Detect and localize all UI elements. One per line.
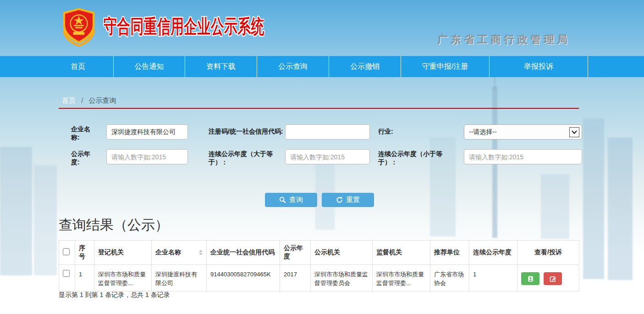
cell-reg-org: 深圳市市场和质量监督管理委... [94, 265, 152, 292]
col-header-seq: 序号 [75, 241, 94, 265]
complaint-button[interactable] [544, 272, 562, 285]
select-all-checkbox[interactable] [63, 248, 70, 255]
gongshang-emblem-logo [59, 7, 99, 47]
breadcrumb-current: 公示查询 [89, 96, 116, 104]
refresh-icon [336, 196, 343, 203]
cell-consecutive: 1 [469, 265, 517, 292]
cell-year: 2017 [280, 265, 311, 292]
reset-button-label: 重置 [346, 196, 360, 204]
edit-icon [550, 275, 556, 282]
col-header-year: 公示年度 [280, 241, 311, 265]
sort-icon[interactable] [199, 250, 203, 255]
col-header-credit-code: 企业统一社会信用代码 [207, 241, 280, 265]
publicity-year-input[interactable] [106, 149, 188, 164]
results-table: 序号 登记机关 企业名称 企业统一社会信用代码 公示年度 公示机关 监督机关 推… [59, 240, 579, 292]
breadcrumb: 首页 / 公示查询 [62, 96, 116, 105]
cell-publicity-org: 深圳市市场和质量监督管理委员会 [311, 265, 373, 292]
cell-recommend-org: 广东省市场协会 [430, 265, 469, 292]
industry-label: 行业: [378, 127, 393, 135]
background-building [34, 165, 57, 275]
red-divider [59, 108, 579, 109]
nav-item-announcements[interactable]: 公告通知 [114, 56, 185, 77]
user-badge-icon [527, 275, 534, 282]
nav-item-publicity-revoke[interactable]: 公示撤销 [329, 56, 401, 77]
col-header-consecutive: 连续公示年度 [469, 241, 517, 265]
cell-credit-code: 91440300582709465K [207, 265, 280, 292]
breadcrumb-home-link[interactable]: 首页 [62, 96, 76, 104]
col-header-reg-org: 登记机关 [94, 241, 152, 265]
col-header-company: 企业名称 [152, 241, 207, 265]
breadcrumb-separator: / [81, 96, 83, 104]
nav-item-home[interactable]: 首页 [43, 56, 114, 77]
credit-code-input[interactable] [285, 124, 370, 140]
cell-actions [517, 265, 579, 292]
cell-company: 深圳捷渡科技有限公司 [152, 265, 207, 292]
consecutive-le-label: 连续公示年度（小于等于）： [378, 150, 448, 166]
background-building [608, 138, 633, 280]
search-icon [279, 196, 286, 203]
credit-code-label: 注册码/统一社会信用代码: [209, 127, 283, 135]
nav-item-apply-register[interactable]: 守重申报/注册 [401, 56, 490, 77]
page: 守合同重信用企业公示系统 广东省工商行政管理局 首页 公告通知 资料下载 公示查… [0, 0, 644, 314]
background-building [0, 147, 32, 275]
cell-seq: 1 [75, 265, 94, 292]
row-checkbox[interactable] [63, 270, 70, 277]
main-nav: 首页 公告通知 资料下载 公示查询 公示撤销 守重申报/注册 举报投诉 [0, 56, 644, 77]
company-name-label: 企业名称: [71, 125, 95, 141]
consecutive-ge-input[interactable] [285, 149, 370, 164]
nav-fill [588, 56, 644, 77]
background-building [541, 174, 569, 239]
consecutive-ge-label: 连续公示年度（大于等于）： [209, 150, 278, 166]
table-row: 1 深圳市市场和质量监督管理委... 深圳捷渡科技有限公司 9144030058… [59, 265, 579, 292]
org-name: 广东省工商行政管理局 [438, 33, 571, 47]
results-title: 查询结果（公示） [59, 216, 169, 235]
industry-select[interactable]: --请选择-- [464, 124, 582, 140]
col-header-recommend-org: 推荐单位 [430, 241, 469, 265]
records-summary: 显示第 1 到第 1 条记录，总共 1 条记录 [59, 291, 170, 299]
cell-supervise-org: 深圳市市场和质量监督管理委... [373, 265, 430, 292]
site-title: 守合同重信用企业公示系统 [104, 14, 264, 39]
background-building [583, 118, 604, 279]
company-name-input[interactable] [106, 124, 188, 140]
table-header-row: 序号 登记机关 企业名称 企业统一社会信用代码 公示年度 公示机关 监督机关 推… [59, 241, 579, 265]
nav-spacer [0, 56, 43, 77]
col-header-actions: 查看/投诉 [517, 241, 579, 265]
reset-button[interactable]: 重置 [322, 193, 374, 207]
chevron-down-icon [569, 127, 579, 137]
nav-item-publicity-query[interactable]: 公示查询 [257, 56, 329, 77]
view-button[interactable] [521, 272, 539, 285]
col-header-company-label: 企业名称 [155, 248, 181, 257]
publicity-year-label: 公示年度: [71, 150, 95, 166]
consecutive-le-input[interactable] [464, 149, 582, 164]
col-header-publicity-org: 公示机关 [311, 241, 373, 265]
search-button[interactable]: 查询 [265, 193, 317, 207]
search-button-label: 查询 [289, 196, 303, 204]
industry-selected-value: --请选择-- [469, 128, 497, 136]
nav-item-downloads[interactable]: 资料下载 [185, 56, 257, 77]
col-header-supervise-org: 监督机关 [373, 241, 430, 265]
nav-item-report-complaint[interactable]: 举报投诉 [490, 56, 588, 77]
